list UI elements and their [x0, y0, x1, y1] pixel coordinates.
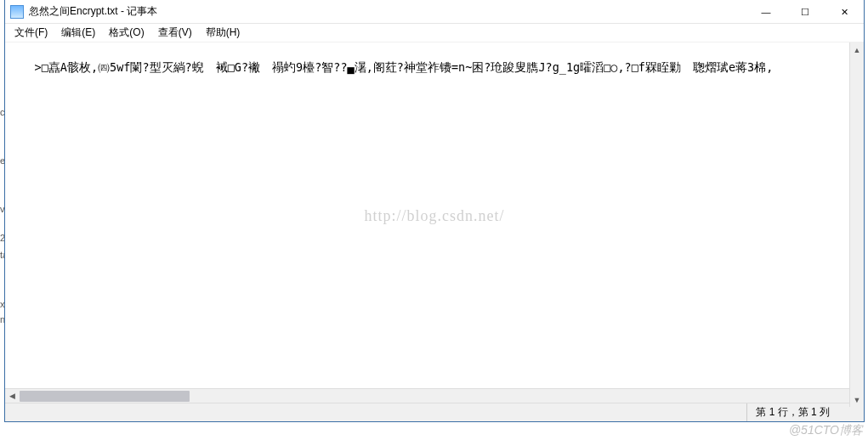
- scroll-left-arrow-icon[interactable]: ◀: [5, 389, 20, 403]
- menu-file[interactable]: 文件(F): [9, 24, 54, 42]
- text-area[interactable]: >□嚞A骸枚,㈣5wf闌?型灭緔?蜺 裓□G?襒 禢虳9檯?智??▄濐,阁荭?神…: [5, 42, 864, 388]
- vertical-scrollbar[interactable]: ▲ ▼: [849, 42, 864, 407]
- menu-format[interactable]: 格式(O): [103, 24, 150, 42]
- menubar: 文件(F) 编辑(E) 格式(O) 查看(V) 帮助(H): [5, 24, 864, 42]
- horizontal-scroll-thumb[interactable]: [20, 391, 190, 402]
- notepad-window: 忽然之间Encrypt.txt - 记事本 — ☐ ✕ 文件(F) 编辑(E) …: [4, 0, 865, 422]
- menu-view[interactable]: 查看(V): [152, 24, 198, 42]
- watermark-text: http://blog.csdn.net/: [365, 208, 505, 223]
- notepad-icon: [10, 5, 24, 19]
- scroll-down-arrow-icon[interactable]: ▼: [850, 392, 865, 407]
- horizontal-scroll-track[interactable]: [20, 389, 849, 403]
- window-title: 忽然之间Encrypt.txt - 记事本: [29, 4, 746, 19]
- statusbar: 第 1 行，第 1 列: [5, 403, 864, 421]
- minimize-button[interactable]: —: [746, 0, 786, 24]
- close-button[interactable]: ✕: [825, 0, 864, 24]
- cursor-position: 第 1 行，第 1 列: [746, 403, 864, 421]
- horizontal-scrollbar[interactable]: ◀ ▶: [5, 388, 864, 403]
- menu-edit[interactable]: 编辑(E): [55, 24, 101, 42]
- site-branding-watermark: @51CTO博客: [789, 423, 863, 438]
- maximize-button[interactable]: ☐: [786, 0, 825, 24]
- scroll-up-arrow-icon[interactable]: ▲: [850, 42, 865, 57]
- titlebar[interactable]: 忽然之间Encrypt.txt - 记事本 — ☐ ✕: [5, 0, 864, 24]
- text-content-line: >□嚞A骸枚,㈣5wf闌?型灭緔?蜺 裓□G?襒 禢虳9檯?智??▄濐,阁荭?神…: [35, 60, 774, 74]
- window-controls: — ☐ ✕: [746, 0, 864, 23]
- menu-help[interactable]: 帮助(H): [200, 24, 247, 42]
